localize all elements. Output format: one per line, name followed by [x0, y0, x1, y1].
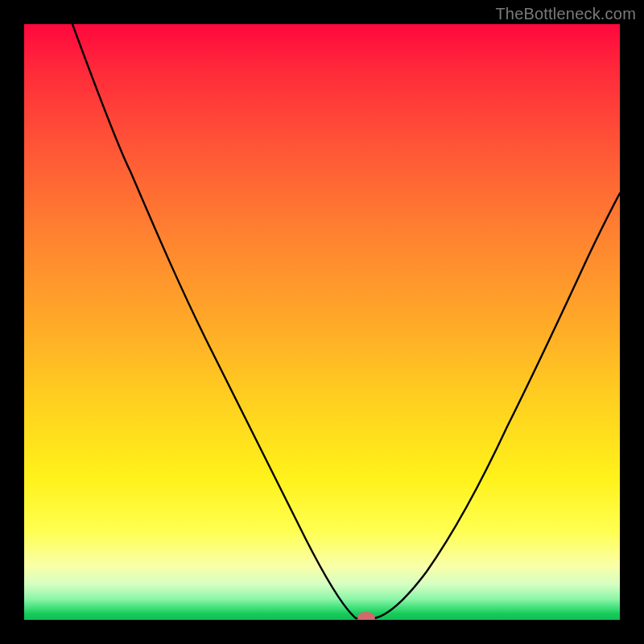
watermark-text: TheBottleneck.com: [495, 5, 636, 23]
plot-area: [24, 24, 620, 620]
min-marker: [357, 612, 375, 620]
bottleneck-curve: [72, 24, 620, 618]
chart-frame: TheBottleneck.com: [0, 0, 644, 644]
curve-svg: [24, 24, 620, 620]
